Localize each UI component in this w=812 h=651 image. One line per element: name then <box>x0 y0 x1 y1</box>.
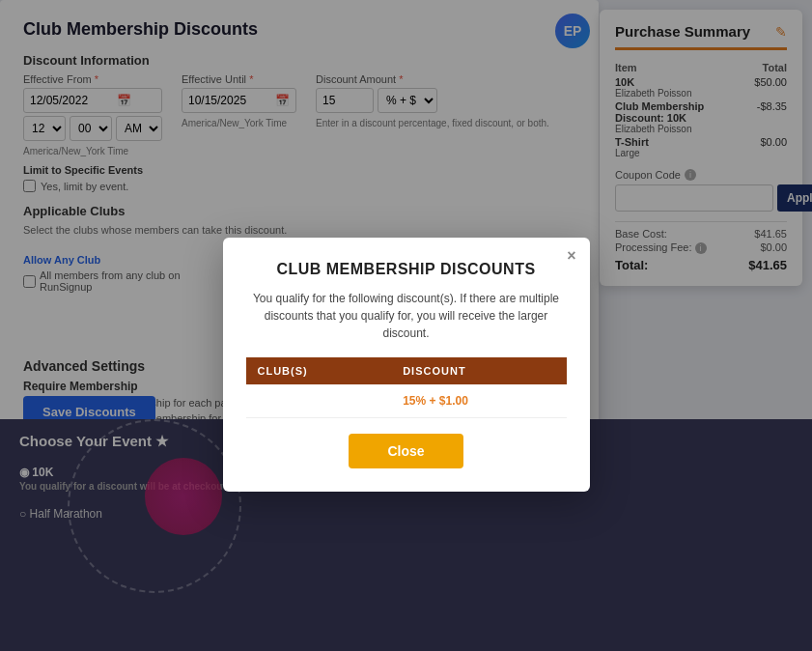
modal-close-x-button[interactable]: × <box>567 247 575 265</box>
modal-col-discount: DISCOUNT <box>391 357 566 384</box>
modal-title: CLUB MEMBERSHIP DISCOUNTS <box>246 261 567 278</box>
modal-clubs-value <box>246 384 392 418</box>
modal-col-clubs: CLUB(S) <box>246 357 392 384</box>
table-row: 15% + $1.00 <box>246 384 567 418</box>
modal-description: You qualify for the following discount(s… <box>246 290 567 342</box>
modal-discount-table: CLUB(S) DISCOUNT 15% + $1.00 <box>246 357 567 418</box>
club-membership-modal: × CLUB MEMBERSHIP DISCOUNTS You qualify … <box>223 238 590 492</box>
modal-overlay[interactable]: × CLUB MEMBERSHIP DISCOUNTS You qualify … <box>0 0 812 651</box>
modal-discount-value: 15% + $1.00 <box>391 384 566 418</box>
modal-close-button[interactable]: Close <box>349 434 462 468</box>
